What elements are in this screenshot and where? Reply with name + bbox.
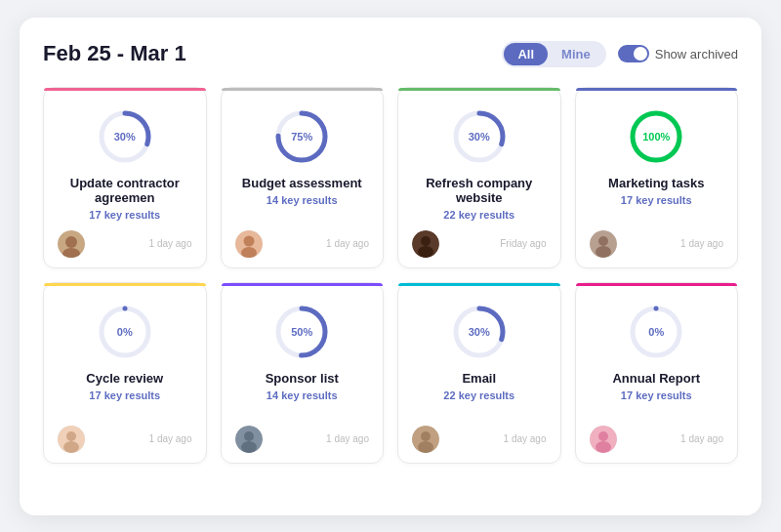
card-footer: 1 day ago bbox=[590, 230, 724, 258]
avatar bbox=[590, 426, 617, 453]
card-title: Sponsor list bbox=[235, 371, 370, 386]
donut-label: 0% bbox=[117, 326, 133, 338]
svg-point-38 bbox=[598, 431, 608, 441]
card-top-border bbox=[222, 88, 384, 91]
card-title: Marketing tasks bbox=[590, 176, 724, 190]
card-footer: 1 day ago bbox=[235, 426, 370, 453]
show-archived-label: Show archived bbox=[655, 47, 738, 61]
card-title: Email bbox=[412, 371, 547, 386]
card-title: Annual Report bbox=[590, 371, 724, 386]
card-footer: 1 day ago bbox=[58, 230, 192, 258]
donut-label: 100% bbox=[642, 131, 670, 143]
card-top-border bbox=[222, 283, 384, 286]
donut-chart: 30% bbox=[96, 107, 154, 166]
filter-buttons: All Mine bbox=[502, 41, 605, 67]
donut-chart: 75% bbox=[272, 107, 331, 166]
card-footer: 1 day ago bbox=[235, 230, 370, 258]
toggle-switch[interactable] bbox=[618, 45, 649, 62]
header-controls: All Mine Show archived bbox=[502, 41, 738, 67]
card-time: 1 day ago bbox=[326, 433, 369, 444]
project-card[interactable]: 30%Refresh company website22 key results… bbox=[397, 87, 561, 268]
project-card[interactable]: 30%Email22 key results1 day ago bbox=[397, 282, 561, 464]
project-card[interactable]: 100%Marketing tasks17 key results1 day a… bbox=[575, 87, 739, 268]
card-title: Cycle review bbox=[58, 371, 192, 386]
show-archived-toggle[interactable]: Show archived bbox=[618, 45, 738, 62]
donut-label: 30% bbox=[469, 131, 490, 143]
project-card[interactable]: 50%Sponsor list14 key results1 day ago bbox=[221, 282, 385, 464]
card-chart: 0% bbox=[590, 303, 724, 361]
donut-label: 75% bbox=[291, 131, 312, 143]
card-key-results: 22 key results bbox=[412, 389, 547, 401]
svg-point-29 bbox=[241, 441, 257, 453]
svg-point-14 bbox=[418, 246, 433, 258]
card-key-results: 17 key results bbox=[58, 209, 192, 221]
card-footer: 1 day ago bbox=[58, 426, 192, 453]
card-chart: 30% bbox=[58, 107, 192, 166]
card-chart: 100% bbox=[590, 107, 724, 166]
card-top-border bbox=[398, 283, 560, 286]
project-card[interactable]: 30%Update contractor agreemen17 key resu… bbox=[43, 87, 207, 268]
donut-chart: 100% bbox=[627, 107, 685, 166]
filter-mine-button[interactable]: Mine bbox=[548, 43, 604, 65]
donut-chart: 50% bbox=[272, 303, 331, 361]
svg-point-18 bbox=[598, 236, 608, 246]
svg-point-8 bbox=[243, 235, 254, 246]
avatar bbox=[412, 426, 439, 453]
header: Feb 25 - Mar 1 All Mine Show archived bbox=[43, 41, 738, 67]
project-card[interactable]: 75%Budget assessment14 key results1 day … bbox=[221, 87, 385, 268]
avatar bbox=[58, 426, 85, 453]
card-time: 1 day ago bbox=[504, 433, 547, 444]
card-chart: 30% bbox=[412, 303, 547, 361]
svg-point-34 bbox=[418, 441, 433, 453]
app-container: Feb 25 - Mar 1 All Mine Show archived 30… bbox=[20, 18, 761, 515]
card-key-results: 17 key results bbox=[58, 389, 192, 401]
card-footer: 1 day ago bbox=[590, 426, 724, 453]
card-key-results: 14 key results bbox=[235, 389, 370, 401]
svg-point-23 bbox=[66, 431, 76, 441]
card-key-results: 22 key results bbox=[412, 209, 547, 221]
card-chart: 50% bbox=[235, 303, 370, 361]
card-time: 1 day ago bbox=[680, 433, 723, 444]
svg-point-24 bbox=[63, 441, 79, 453]
card-top-border bbox=[398, 88, 560, 91]
card-chart: 30% bbox=[412, 107, 547, 166]
donut-label: 30% bbox=[114, 131, 136, 143]
card-time: 1 day ago bbox=[680, 238, 723, 249]
card-time: 1 day ago bbox=[149, 238, 192, 249]
card-key-results: 17 key results bbox=[590, 194, 724, 206]
filter-all-button[interactable]: All bbox=[504, 43, 548, 65]
donut-chart: 0% bbox=[627, 303, 685, 361]
donut-label: 30% bbox=[469, 326, 490, 338]
card-top-border bbox=[576, 88, 738, 91]
project-card[interactable]: 0%Cycle review17 key results1 day ago bbox=[43, 282, 207, 464]
avatar bbox=[58, 230, 85, 258]
card-time: 1 day ago bbox=[326, 238, 369, 249]
svg-point-19 bbox=[596, 246, 611, 258]
svg-point-39 bbox=[596, 441, 611, 453]
card-time: Friday ago bbox=[500, 238, 546, 249]
project-card[interactable]: 0%Annual Report17 key results1 day ago bbox=[575, 282, 739, 464]
svg-point-33 bbox=[421, 431, 431, 441]
avatar bbox=[235, 230, 263, 258]
card-time: 1 day ago bbox=[149, 433, 192, 444]
card-title: Refresh company website bbox=[412, 176, 547, 205]
donut-chart: 30% bbox=[450, 107, 509, 166]
avatar bbox=[412, 230, 439, 258]
card-top-border bbox=[576, 283, 738, 286]
card-key-results: 17 key results bbox=[590, 389, 724, 401]
card-title: Budget assessment bbox=[235, 176, 370, 190]
card-footer: 1 day ago bbox=[412, 426, 547, 453]
svg-point-13 bbox=[421, 236, 431, 246]
donut-chart: 0% bbox=[96, 303, 154, 361]
donut-label: 50% bbox=[291, 326, 312, 338]
cards-grid: 30%Update contractor agreemen17 key resu… bbox=[43, 87, 738, 464]
donut-label: 0% bbox=[648, 326, 664, 338]
card-chart: 75% bbox=[235, 107, 370, 166]
page-title: Feb 25 - Mar 1 bbox=[43, 41, 186, 66]
card-chart: 0% bbox=[58, 303, 192, 361]
svg-point-28 bbox=[244, 431, 254, 441]
svg-point-3 bbox=[65, 236, 77, 248]
card-key-results: 14 key results bbox=[235, 194, 370, 206]
card-top-border bbox=[44, 88, 206, 91]
donut-chart: 30% bbox=[450, 303, 509, 361]
